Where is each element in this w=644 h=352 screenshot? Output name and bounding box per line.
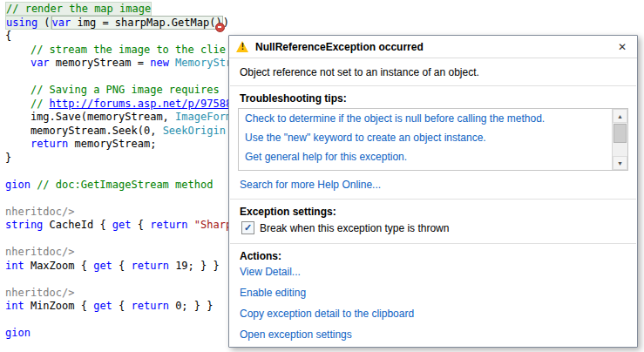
code-token: 19; } } (169, 260, 220, 272)
exception-assistant-popup: ! NullReferenceException occurred ✕ Obje… (228, 35, 638, 348)
scrollbar-down-icon[interactable]: ▼ (613, 156, 627, 170)
code-token (5, 98, 31, 110)
code-token: int (5, 260, 24, 272)
code-token: ( (37, 16, 51, 30)
code-token: string (5, 219, 43, 231)
code-token: new (150, 57, 169, 69)
exception-indicator-icon[interactable] (215, 23, 225, 32)
code-token: 0; } } (169, 300, 214, 312)
code-token: get (112, 219, 132, 231)
action-link[interactable]: Copy exception detail to the clipboard (240, 308, 627, 320)
code-token: // stream the image to the clie (31, 44, 226, 56)
tip-link[interactable]: Get general help for this exception. (239, 147, 613, 166)
exception-message: Object reference not set to an instance … (240, 66, 627, 78)
break-checkbox-label[interactable]: Break when this exception type is thrown (260, 222, 449, 234)
divider (230, 85, 636, 86)
code-token: nheritdoc/> (5, 246, 74, 258)
popup-title: NullReferenceException occurred (255, 41, 614, 53)
code-token: // render the map image (5, 2, 152, 16)
actions-label: Actions: (240, 250, 627, 262)
code-token: img.Save(memoryStream, (5, 111, 175, 123)
break-checkbox-row[interactable]: ✓ Break when this exception type is thro… (241, 221, 627, 234)
code-token: SeekOrigin (163, 125, 226, 137)
code-token: MaxZoom { (24, 260, 93, 272)
code-token: memoryStream.Seek(0, (5, 125, 163, 137)
troubleshooting-tips-list: Check to determine if the object is null… (239, 109, 613, 170)
code-token: MemoryStr (175, 57, 232, 69)
code-token: gion (5, 179, 37, 191)
code-line: using (var img = sharpMap.GetMap()) (5, 17, 644, 30)
divider (230, 199, 636, 200)
code-token: gion (5, 327, 31, 339)
break-checkbox[interactable]: ✓ (241, 221, 254, 234)
code-token: CacheId { (43, 219, 112, 231)
code-token: get (93, 260, 112, 272)
action-link[interactable]: View Detail... (240, 266, 627, 278)
scrollbar[interactable]: ▲ ▼ (612, 109, 627, 170)
code-token: nheritdoc/> (5, 206, 74, 218)
code-token: img = sharpMap.GetMap() (71, 16, 222, 30)
exception-settings-label: Exception settings: (240, 206, 627, 218)
code-token (5, 138, 31, 150)
code-token: { (132, 219, 151, 231)
code-token: memoryStream = (50, 57, 151, 69)
code-token (5, 84, 31, 96)
tip-link[interactable]: Check to determine if the object is null… (239, 109, 613, 128)
check-icon: ✓ (244, 223, 252, 233)
scrollbar-thumb[interactable] (613, 124, 627, 143)
warning-icon: ! (236, 41, 249, 52)
scrollbar-up-icon[interactable]: ▲ (613, 109, 627, 123)
code-token: return (150, 219, 187, 231)
code-token: // doc:GetImageStream method (37, 179, 213, 191)
troubleshooting-tips-label: Troubleshooting tips: (240, 92, 627, 105)
actions-list: View Detail...Enable editingCopy excepti… (240, 266, 627, 341)
code-token: { (112, 260, 132, 272)
code-token: // (31, 98, 50, 110)
code-url-link[interactable]: http://forums.asp.net/p/97588 (50, 98, 233, 110)
code-token: return (132, 260, 169, 272)
code-token: ImageForm (175, 111, 232, 123)
code-token (5, 57, 31, 69)
code-token: return (132, 300, 169, 312)
code-token: using (5, 16, 37, 30)
close-icon[interactable]: ✕ (614, 41, 630, 53)
action-link[interactable]: Open exception settings (240, 328, 627, 341)
divider (230, 243, 636, 244)
code-token: nheritdoc/> (5, 287, 74, 299)
action-link[interactable]: Enable editing (240, 287, 627, 299)
code-token: return (31, 138, 68, 150)
code-token: get (93, 300, 112, 312)
troubleshooting-tips-listbox: Check to determine if the object is null… (238, 108, 628, 171)
code-line: // render the map image (5, 3, 644, 17)
code-token: } (5, 152, 11, 164)
code-token: { (5, 30, 11, 42)
code-token (188, 219, 194, 231)
code-token: MinZoom { (24, 300, 93, 312)
popup-header: ! NullReferenceException occurred ✕ (229, 36, 637, 58)
code-token (5, 44, 31, 56)
tip-link[interactable]: Use the "new" keyword to create an objec… (239, 128, 613, 147)
code-token: // Saving a PNG image requires (31, 84, 226, 96)
code-token: memoryStream; (68, 138, 156, 150)
code-token: var (31, 57, 50, 69)
code-token: { (112, 300, 132, 312)
code-token: int (5, 300, 24, 312)
code-token: var (51, 16, 71, 30)
search-help-online-link[interactable]: Search for more Help Online... (240, 179, 627, 191)
